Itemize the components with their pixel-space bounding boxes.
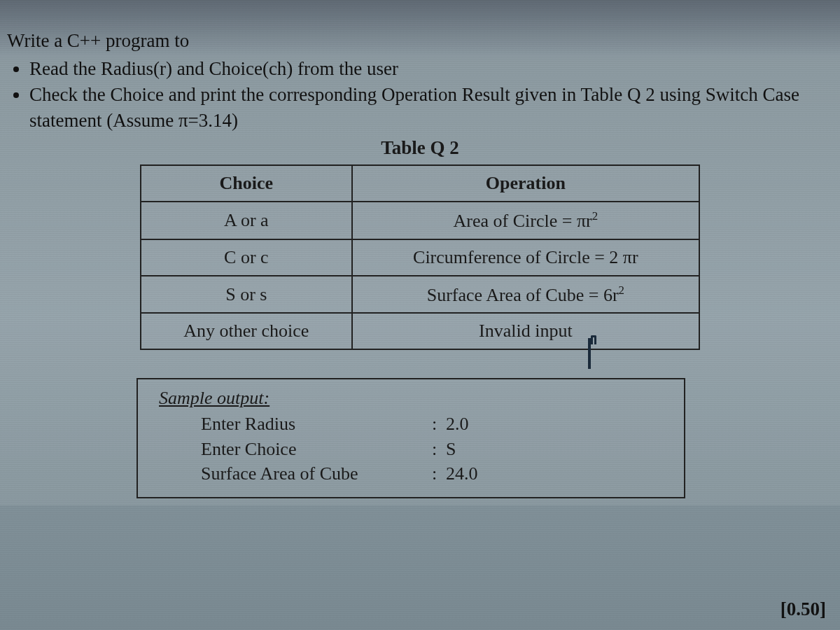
sample-value: S bbox=[446, 437, 456, 461]
table-row: Any other choiceInvalid input bbox=[141, 313, 699, 349]
sample-title: Sample output: bbox=[159, 388, 663, 409]
sample-row: Enter Radius: 2.0 bbox=[159, 412, 663, 436]
table-header-choice: Choice bbox=[141, 165, 352, 202]
sample-value: 2.0 bbox=[446, 412, 469, 436]
table-row: S or sSurface Area of Cube = 6r2 bbox=[141, 276, 699, 314]
table-title: Table Q 2 bbox=[7, 137, 833, 159]
table-header-operation: Operation bbox=[352, 165, 699, 202]
sample-label: Enter Choice bbox=[201, 437, 432, 461]
table-cell-operation: Invalid input bbox=[352, 313, 699, 349]
intro-bullet-2: Check the Choice and print the correspon… bbox=[29, 82, 833, 133]
sample-output-box: Sample output: Enter Radius: 2.0Enter Ch… bbox=[136, 378, 685, 498]
table-cell-operation: Area of Circle = πr2 bbox=[352, 202, 699, 239]
sample-colon: : bbox=[432, 412, 446, 436]
table-cell-operation: Circumference of Circle = 2 πr bbox=[352, 239, 699, 276]
table-cell-choice: C or c bbox=[141, 239, 352, 276]
question-marks: [0.50] bbox=[780, 598, 826, 620]
table-row: C or cCircumference of Circle = 2 πr bbox=[141, 239, 699, 276]
table-row: A or aArea of Circle = πr2 bbox=[141, 202, 699, 239]
sample-label: Enter Radius bbox=[201, 412, 432, 436]
table-cell-choice: Any other choice bbox=[141, 313, 352, 349]
table-cell-operation: Surface Area of Cube = 6r2 bbox=[352, 276, 699, 314]
intro-line: Write a C++ program to bbox=[7, 28, 833, 55]
table-cell-choice: S or s bbox=[141, 276, 352, 314]
sample-row: Surface Area of Cube: 24.0 bbox=[159, 461, 663, 486]
sample-value: 24.0 bbox=[446, 461, 478, 486]
sample-row: Enter Choice: S bbox=[159, 437, 663, 461]
sample-colon: : bbox=[432, 437, 446, 461]
sample-colon: : bbox=[432, 461, 446, 486]
table-cell-choice: A or a bbox=[141, 202, 352, 239]
operation-table: Choice Operation A or aArea of Circle = … bbox=[140, 164, 700, 350]
sample-label: Surface Area of Cube bbox=[201, 461, 432, 486]
intro-bullet-1: Read the Radius(r) and Choice(ch) from t… bbox=[29, 56, 833, 81]
